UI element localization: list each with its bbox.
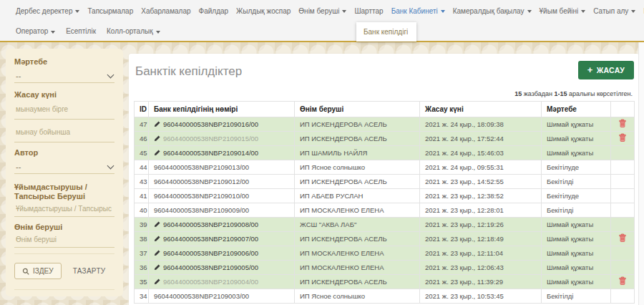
- nav-item-label: Өнім беруші: [298, 7, 339, 15]
- cell-status: Шимай құжаты: [542, 275, 611, 289]
- column-guarantee-number: Банк кепілдігінің нөмірі: [149, 102, 295, 117]
- table-row: 45960440000538NBP2109014/00ИП ШАМИЛЬ НАЙ…: [135, 146, 635, 160]
- cell-supplier: ИП АБАЕВ РУСЛАН: [295, 189, 420, 203]
- pencil-icon[interactable]: [154, 264, 160, 272]
- pencil-icon[interactable]: [154, 279, 160, 286]
- cell-actions: [611, 146, 635, 160]
- status-filter-value: --: [16, 72, 21, 80]
- cell-guarantee-number: 960440000538NBP2109009/00: [149, 203, 295, 218]
- cell-guarantee-number: 960440000538NBP2109013/00: [149, 160, 295, 175]
- top-navigation: Дербес деректерТапсырмаларХабарламаларФа…: [0, 0, 644, 41]
- nav-item-reporting[interactable]: Есептілік: [66, 27, 96, 35]
- organizer-input[interactable]: [14, 204, 114, 217]
- cell-id: 36: [135, 261, 149, 275]
- table-row: 44960440000538NBP2109013/00ИП Ясное солн…: [135, 160, 635, 175]
- cell-id: 47: [135, 117, 149, 132]
- guarantee-number-text: 960440000538NBP2109006/00: [163, 249, 258, 257]
- cell-created-date: 2021 ж. 23 қыр., 12:06:43: [420, 261, 542, 275]
- pencil-icon[interactable]: [154, 236, 160, 243]
- status-filter-select[interactable]: --: [14, 69, 114, 83]
- scrollbar[interactable]: [638, 42, 644, 305]
- cell-guarantee-number: 960440000538NBP2109003/00: [149, 289, 295, 304]
- nav-item-tasks[interactable]: Тапсырмалар: [87, 7, 133, 15]
- cell-actions: [611, 175, 635, 189]
- cell-created-date: 2021 ж. 23 қыр., 10:53:45: [420, 289, 542, 304]
- guarantee-number-text: 960440000538NBP2109007/00: [163, 235, 258, 243]
- guarantee-number-text: 960440000538NBP2109003/00: [154, 292, 249, 300]
- nav-item-personal-data[interactable]: Дербес деректер: [16, 7, 79, 15]
- guarantee-number-text: 960440000538NBP2109015/00: [163, 135, 258, 142]
- nav-item-contracts[interactable]: Шарттар: [354, 7, 383, 15]
- guarantee-number-text: 960440000538NBP2109014/00: [163, 149, 258, 157]
- delete-button[interactable]: [619, 119, 626, 130]
- pagination-text: жазбадан: [522, 90, 554, 97]
- cell-actions: [611, 203, 635, 218]
- cell-guarantee-number: 960440000538NBP2109016/00: [149, 117, 295, 132]
- cell-id: 43: [135, 175, 149, 189]
- cell-id: 41: [135, 189, 149, 203]
- search-button[interactable]: ІЗДЕУ: [14, 263, 62, 279]
- delete-button[interactable]: [619, 276, 626, 287]
- cell-supplier: ИП ИСКЕНДЕРОВА АСЕЛЬ: [295, 117, 420, 132]
- cell-status: Шимай құжаты: [542, 232, 611, 246]
- pencil-icon[interactable]: [154, 150, 160, 158]
- nav-item-notifications[interactable]: Хабарламалар: [141, 7, 190, 15]
- cell-id: 38: [135, 232, 149, 246]
- nav-item-purchase[interactable]: Сатып алу: [593, 7, 635, 15]
- delete-button[interactable]: [619, 133, 626, 144]
- card-header: Банктік кепілдіктер + ЖАСАУ: [134, 54, 634, 79]
- cell-created-date: 2021 ж. 23 қыр., 11:39:29: [420, 275, 542, 289]
- cell-actions: [611, 261, 635, 275]
- menu-item-bank-guarantee[interactable]: Банк кепілдігі: [356, 25, 416, 39]
- cell-status: Бекітілуде: [542, 160, 611, 175]
- page: Дербес деректерТапсырмаларХабарламаларФа…: [0, 0, 644, 305]
- nav-item-supplier[interactable]: Өнім беруші: [298, 7, 346, 15]
- author-filter-value: --: [16, 163, 21, 171]
- nav-item-label: Ұйым бейіні: [540, 7, 579, 15]
- cell-actions: [611, 232, 635, 246]
- nav-item-cameral-control[interactable]: Камералдық бақылау: [453, 7, 532, 15]
- table-row: 37960440000538NBP2109006/00ИП МОСКАЛЕНКО…: [135, 246, 635, 261]
- cell-created-date: 2021 ж. 23 қыр., 12:28:01: [420, 203, 542, 218]
- caret-down-icon: [156, 31, 160, 34]
- cell-guarantee-number: 960440000538NBP2109006/00: [149, 246, 295, 261]
- cell-id: 44: [135, 160, 149, 175]
- nav-item-annual-plan[interactable]: Жылдық жоспар: [236, 7, 291, 15]
- create-button[interactable]: + ЖАСАУ: [578, 61, 634, 79]
- pencil-icon[interactable]: [154, 250, 160, 258]
- create-button-label: ЖАСАУ: [597, 66, 625, 74]
- nav-row-secondary: ОператорЕсептілікКолл-орталық: [0, 21, 644, 41]
- nav-item-label: Шарттар: [354, 7, 383, 15]
- trash-icon: [619, 119, 626, 130]
- cell-status: Шимай құжаты: [542, 246, 611, 261]
- cell-guarantee-number: 960440000538NBP2109014/00: [149, 146, 295, 160]
- date-to-input[interactable]: [14, 125, 114, 142]
- nav-item-label: Жылдық жоспар: [236, 7, 291, 15]
- nav-item-bank-cabinet[interactable]: Банк Кабинеті: [391, 7, 445, 15]
- pencil-icon[interactable]: [154, 121, 160, 129]
- pencil-icon[interactable]: [154, 135, 160, 143]
- nav-item-org-profile[interactable]: Ұйым бейіні: [540, 7, 586, 15]
- supplier-input[interactable]: [14, 235, 114, 248]
- cell-created-date: 2021 ж. 23 қыр., 12:18:49: [420, 232, 542, 246]
- nav-item-call-center[interactable]: Колл-орталық: [107, 27, 160, 35]
- pencil-icon[interactable]: [154, 221, 160, 229]
- guarantee-number-text: 960440000538NBP2109004/00: [163, 278, 258, 286]
- cell-created-date: 2021 ж. 23 қыр., 14:52:55: [420, 175, 542, 189]
- caret-down-icon: [527, 10, 532, 13]
- column-status: Мәртебе: [542, 102, 611, 117]
- table-row: 35960440000538NBP2109004/00ИП ИСКЕНДЕРОВ…: [135, 275, 635, 289]
- nav-item-operator[interactable]: Оператор: [16, 27, 55, 35]
- status-filter-label: Мәртебе: [14, 57, 114, 67]
- cell-actions: [611, 275, 635, 289]
- clear-button[interactable]: ТАЗАРТУ: [73, 267, 106, 275]
- cell-created-date: 2021 ж. 23 қыр., 12:38:52: [420, 189, 542, 203]
- filter-sidebar: Мәртебе -- Жасау күні Автор -- Ұйымдасты…: [6, 49, 123, 296]
- magnifier-icon: [22, 268, 29, 275]
- delete-button[interactable]: [619, 233, 626, 244]
- date-from-input[interactable]: [14, 102, 114, 120]
- cell-supplier: ЖСШ "АКВА ЛАБ": [295, 218, 420, 232]
- cell-supplier: ИП ШАМИЛЬ НАЙЛЯ: [295, 146, 420, 160]
- nav-item-files[interactable]: Файлдар: [199, 7, 229, 15]
- author-filter-select[interactable]: --: [14, 160, 114, 174]
